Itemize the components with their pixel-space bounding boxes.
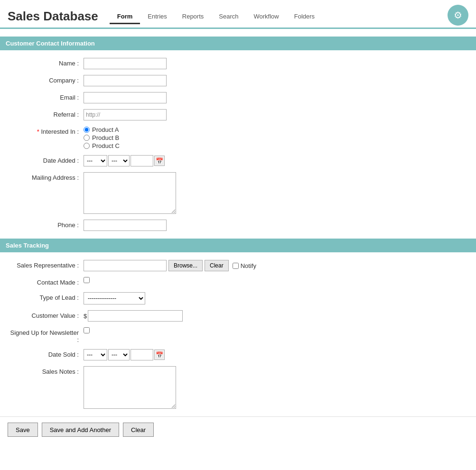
interested-in-row: * Interested In : Product A Product B Pr… [0, 123, 476, 152]
sales-rep-label: Sales Representative : [8, 260, 84, 269]
company-label: Company : [8, 75, 84, 84]
clear-button[interactable]: Clear [123, 423, 154, 437]
contact-section-header: Customer Contact Information [0, 37, 476, 50]
calendar-icon-2: 📅 [156, 351, 163, 359]
product-a-option[interactable]: Product A [84, 126, 120, 133]
newsletter-row: Signed Up for Newsletter : [0, 324, 476, 346]
app-title: Sales Database [8, 9, 98, 24]
bottom-buttons: Save Save and Add Another Clear [0, 416, 476, 442]
name-input[interactable] [84, 58, 167, 69]
contact-made-checkbox[interactable] [84, 277, 90, 283]
customer-value-input[interactable] [88, 310, 183, 322]
date-added-row: Date Added : --- --- 📅 [0, 152, 476, 169]
sales-notes-label: Sales Notes : [8, 366, 84, 375]
name-row: Name : [0, 55, 476, 72]
sales-rep-row: Sales Representative : Browse... Clear N… [0, 257, 476, 274]
type-of-lead-row: Type of Lead : --------------- [0, 289, 476, 307]
browse-button[interactable]: Browse... [168, 260, 203, 271]
app-header: Sales Database Form Entries Reports Sear… [0, 0, 476, 29]
tab-entries[interactable]: Entries [140, 10, 174, 24]
contact-form-section: Name : Company : Email : Referral : * In… [0, 50, 476, 239]
product-c-label: Product C [92, 142, 120, 149]
customer-value-label: Customer Value : [8, 310, 84, 319]
mailing-address-textarea[interactable] [84, 172, 176, 214]
required-star: * [37, 128, 41, 135]
lead-type-select[interactable]: --------------- [84, 292, 145, 304]
sales-form-section: Sales Representative : Browse... Clear N… [0, 252, 476, 416]
date-sold-month-select[interactable]: --- [84, 349, 107, 360]
date-added-year-input[interactable] [131, 155, 153, 166]
customer-value-row: Customer Value : $ [0, 307, 476, 324]
name-control [84, 58, 468, 69]
sales-section-header: Sales Tracking [0, 239, 476, 252]
tab-search[interactable]: Search [211, 10, 246, 24]
mailing-address-control [84, 172, 468, 214]
interested-in-control: Product A Product B Product C [84, 126, 468, 149]
sales-notes-row: Sales Notes : [0, 363, 476, 412]
product-b-radio[interactable] [84, 135, 90, 141]
newsletter-checkbox[interactable] [84, 327, 90, 333]
referral-label: Referral : [8, 109, 84, 118]
header-right: ⚙ [448, 5, 468, 26]
date-sold-year-input[interactable] [131, 349, 153, 360]
notify-area: Notify [233, 262, 256, 269]
date-sold-control: --- --- 📅 [84, 349, 468, 360]
top-spacer [0, 29, 476, 37]
product-c-radio[interactable] [84, 143, 90, 149]
product-radio-group: Product A Product B Product C [84, 126, 120, 149]
nav-tabs: Form Entries Reports Search Workflow Fol… [110, 10, 322, 23]
mailing-address-label: Mailing Address : [8, 172, 84, 181]
type-of-lead-label: Type of Lead : [8, 292, 84, 301]
date-added-day-select[interactable]: --- [108, 155, 130, 166]
date-added-label: Date Added : [8, 155, 84, 164]
tab-workflow[interactable]: Workflow [246, 10, 287, 24]
interested-in-label: * Interested In : [8, 126, 84, 135]
company-row: Company : [0, 72, 476, 89]
save-button[interactable]: Save [8, 423, 38, 437]
product-a-label: Product A [92, 126, 119, 133]
newsletter-control [84, 327, 468, 333]
product-c-option[interactable]: Product C [84, 142, 120, 149]
date-sold-label: Date Sold : [8, 349, 84, 358]
phone-input[interactable] [84, 220, 167, 231]
tab-reports[interactable]: Reports [175, 10, 212, 24]
customer-value-control: $ [84, 310, 468, 322]
tab-form[interactable]: Form [110, 10, 140, 24]
phone-control [84, 220, 468, 231]
gear-icon: ⚙ [454, 9, 462, 21]
date-added-control: --- --- 📅 [84, 155, 468, 166]
date-sold-calendar-button[interactable]: 📅 [154, 350, 165, 360]
notify-checkbox[interactable] [233, 263, 239, 269]
notify-label: Notify [241, 262, 256, 269]
tab-folders[interactable]: Folders [287, 10, 322, 24]
company-input[interactable] [84, 75, 167, 86]
referral-control [84, 109, 468, 120]
sales-rep-input[interactable] [84, 260, 167, 271]
gear-button[interactable]: ⚙ [448, 5, 468, 26]
email-control [84, 92, 468, 103]
contact-made-row: Contact Made : [0, 274, 476, 289]
product-a-radio[interactable] [84, 127, 90, 133]
date-added-calendar-button[interactable]: 📅 [154, 156, 165, 166]
type-of-lead-control: --------------- [84, 292, 468, 304]
sales-rep-control: Browse... Clear Notify [84, 260, 468, 271]
email-input[interactable] [84, 92, 167, 103]
dollar-sign: $ [84, 313, 87, 320]
date-sold-day-select[interactable]: --- [108, 349, 130, 360]
referral-input[interactable] [84, 109, 167, 120]
phone-label: Phone : [8, 220, 84, 229]
name-label: Name : [8, 58, 84, 67]
calendar-icon: 📅 [156, 157, 163, 165]
mailing-address-row: Mailing Address : [0, 169, 476, 217]
product-b-label: Product B [92, 134, 119, 141]
company-control [84, 75, 468, 86]
sales-notes-textarea[interactable] [84, 366, 176, 409]
referral-row: Referral : [0, 106, 476, 123]
date-added-group: --- --- 📅 [84, 155, 165, 166]
save-add-button[interactable]: Save and Add Another [42, 423, 119, 437]
product-b-option[interactable]: Product B [84, 134, 120, 141]
date-added-month-select[interactable]: --- [84, 155, 107, 166]
sales-clear-button[interactable]: Clear [205, 260, 229, 271]
sales-rep-area: Browse... Clear Notify [84, 260, 256, 271]
contact-made-control [84, 277, 468, 283]
